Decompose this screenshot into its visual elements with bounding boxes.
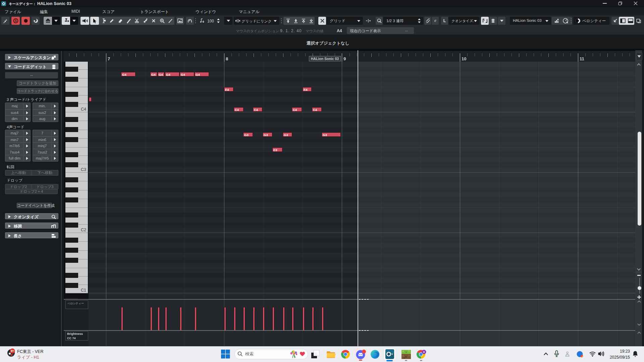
svg-text:C3: C3 xyxy=(81,167,86,172)
svg-text:z: z xyxy=(637,351,638,354)
svg-text:C1: C1 xyxy=(81,288,86,293)
svg-text:C2: C2 xyxy=(81,228,86,232)
svg-text:9+: 9+ xyxy=(11,349,14,353)
svg-text:S: S xyxy=(14,19,17,23)
svg-text:C4: C4 xyxy=(81,107,86,112)
